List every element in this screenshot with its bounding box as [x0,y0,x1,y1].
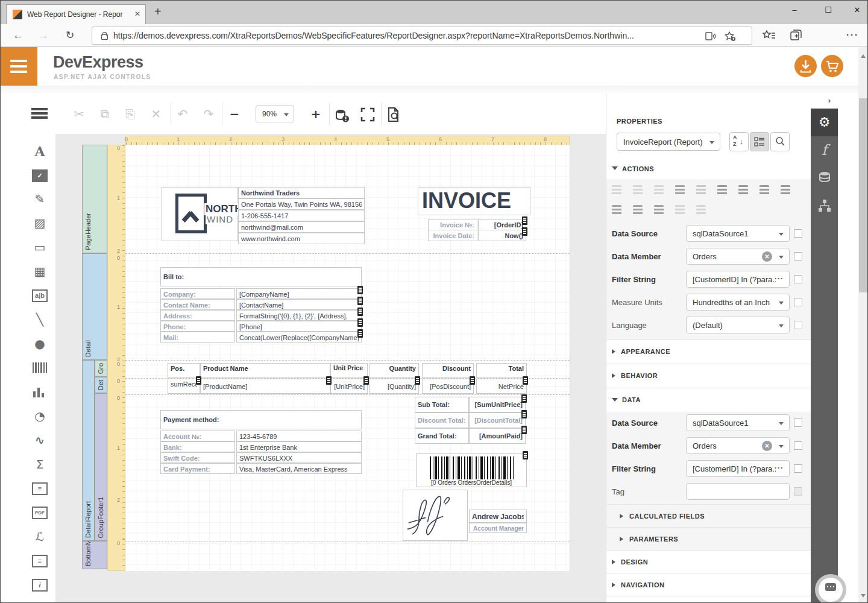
bill-address-caption[interactable]: Address: [160,310,235,321]
filter-string-editor[interactable]: [CustomerID] In (?para...··· [686,271,790,288]
col-header-discount[interactable]: Discount [422,363,474,378]
back-button[interactable]: ← [10,27,27,44]
invoice-date-field[interactable]: Now() [478,230,526,241]
swift-caption[interactable]: Swift Code: [160,452,235,463]
smart-tag-icon[interactable] [523,376,528,385]
copy-button[interactable]: ⧉ [95,104,115,124]
cell-product[interactable]: [ProductName] [200,379,330,394]
bill-mail-field[interactable]: Concat(Lower(Replace([CompanyName] [236,332,362,343]
bill-company-caption[interactable]: Company: [160,288,235,299]
band-page-header[interactable]: PageHeader [82,145,107,253]
new-tab-button[interactable]: + [154,5,162,19]
ellipsis-icon[interactable]: ··· [775,464,784,472]
property-checkbox[interactable] [794,321,802,329]
section-calculated-fields[interactable]: CALCULATED FIELDS [606,504,811,527]
read-aloud-icon[interactable] [705,31,717,42]
action-icon[interactable] [612,205,621,215]
tab-properties[interactable]: ⚙ [811,109,838,136]
card-payment-value[interactable]: Visa, MasterCard, American Express [236,463,362,474]
grand-total-caption[interactable]: Grand Total: [415,428,469,444]
band-detail[interactable]: Detail [82,253,107,360]
smart-tag-icon[interactable] [521,410,527,418]
smart-tag-icon[interactable] [326,376,332,385]
brand-logo[interactable]: DevExpress [53,53,143,72]
url-text[interactable]: https://demos.devexpress.com/XtraReports… [113,31,710,40]
col-header-total[interactable]: Total [476,363,527,378]
action-icon[interactable] [654,205,664,215]
smart-tag-icon[interactable] [357,318,363,327]
cart-button[interactable] [821,55,843,77]
action-icon[interactable] [675,205,685,215]
action-icon[interactable] [654,185,664,195]
toolbox-item-label[interactable]: A [30,143,49,161]
fullscreen-icon[interactable] [358,104,377,124]
action-icon[interactable] [633,185,643,195]
bill-company-field[interactable]: [CompanyName] [236,288,362,299]
bill-phone-caption[interactable]: Phone: [160,321,235,332]
company-name-label[interactable]: Northwind Traders [238,187,365,198]
section-data[interactable]: DATA [606,388,811,412]
toolbox-item-report-info[interactable]: i [30,576,49,595]
favorites-bar-icon[interactable] [761,27,778,44]
bill-to-title[interactable]: Bill to: [160,267,362,286]
toolbox-item-summary[interactable]: Σ [30,456,49,474]
barcode-control[interactable]: [0 Orders OrdersOrderDetails] [416,453,527,487]
manager-title-label[interactable]: Account Manager [469,523,527,533]
bank-caption[interactable]: Bank: [160,441,235,452]
bank-value[interactable]: 1st Enterprise Bank [236,441,362,452]
toolbox-item-check-box[interactable]: ✓ [30,167,49,185]
band-bottom-margin[interactable]: BottomM [82,541,107,569]
address-bar[interactable]: https://demos.devexpress.com/XtraReports… [92,27,752,45]
cell-quantity[interactable]: [Quantity] [369,379,419,394]
section-actions[interactable]: ACTIONS [606,161,811,179]
col-header-product[interactable]: Product Name [200,363,330,378]
clear-icon[interactable]: ✕ [762,441,772,451]
discount-total-field[interactable]: [DiscountTotal] [469,412,526,428]
smart-tag-icon[interactable] [470,376,475,385]
band-group-header[interactable]: Gro [95,360,107,377]
tag-editor[interactable] [686,483,790,500]
cell-discount[interactable]: [PosDiscount] [422,379,474,394]
action-icon[interactable] [717,185,727,195]
redo-button[interactable]: ↷ [199,104,218,124]
object-selector[interactable]: InvoiceReport (Report) [617,133,720,151]
property-checkbox[interactable] [794,464,802,473]
design-surface[interactable]: 0 1 2 3 4 5 6 7 8 0 1 2 0 1 2 0 0 0 1 2 … [55,134,606,603]
card-payment-caption[interactable]: Card Payment: [160,463,235,474]
action-icon[interactable] [760,185,769,195]
col-header-quantity[interactable]: Quantity [369,363,419,378]
group-view-button[interactable] [750,132,769,151]
swift-value[interactable]: SWFTKUS6LXXX [236,452,362,463]
property-checkbox[interactable] [794,252,802,260]
tab-field-list[interactable] [811,164,838,192]
search-button[interactable] [770,132,790,151]
bill-mail-caption[interactable]: Mail: [160,332,235,343]
manager-name-label[interactable]: Andrew Jacobson [469,510,527,523]
toolbox-item-pdf-content[interactable]: PDF [30,504,49,522]
toolbox-item-chart[interactable] [30,384,49,402]
invoice-date-caption[interactable]: Invoice Date: [428,230,477,241]
smart-tag-icon[interactable] [521,394,527,403]
toolbox-item-rich-text[interactable]: ✎ [30,191,49,209]
subtotal-field[interactable]: [SumUnitPrice] [469,397,526,412]
browser-menu-icon[interactable]: ··· [846,30,859,40]
add-favorite-icon[interactable] [724,31,736,42]
smart-tag-icon[interactable] [522,227,527,236]
data-member-select[interactable]: Orders✕ [686,248,790,265]
cell-pos[interactable]: sumRecordNumber [168,379,200,394]
section-parameters[interactable]: PARAMETERS [606,527,811,550]
language-select[interactable]: (Default) [686,317,790,333]
action-icon[interactable] [633,205,643,215]
window-maximize-button[interactable]: ☐ [821,4,835,17]
discount-total-caption[interactable]: Discount Total: [415,412,469,428]
bill-contact-caption[interactable]: Contact Name: [160,299,235,310]
company-phone-label[interactable]: 1-206-555-1417 [238,210,365,221]
collections-icon[interactable] [787,27,804,44]
delete-button[interactable]: ✕ [146,104,166,124]
signature-picture[interactable] [403,490,468,541]
action-icon[interactable] [696,205,706,215]
tab-close-icon[interactable]: ✕ [134,10,140,18]
company-logo-control[interactable]: NORTH WIND [162,187,238,241]
tab-expressions[interactable]: f [811,136,838,164]
company-email-label[interactable]: northwind@mail.com [238,221,365,233]
